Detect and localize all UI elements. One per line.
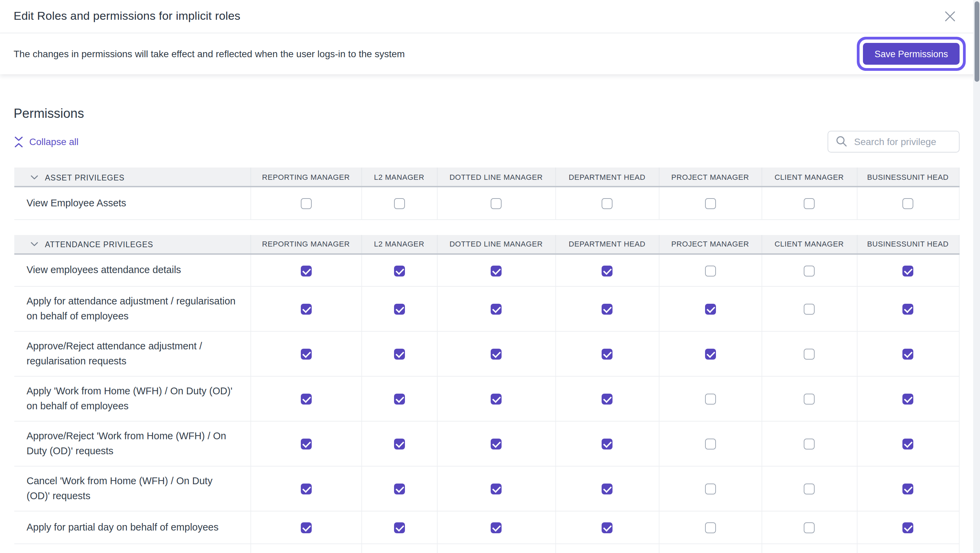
permission-checkbox-checked[interactable] — [902, 523, 913, 534]
checkbox-cell — [361, 466, 437, 511]
permission-checkbox-checked[interactable] — [491, 304, 501, 315]
permission-checkbox-unchecked[interactable] — [705, 394, 716, 405]
checkbox-cell — [555, 421, 659, 466]
checkbox-cell — [762, 376, 857, 421]
checkbox-cell — [437, 544, 555, 553]
privileges-table: ASSET PRIVILEGESREPORTING MANAGERL2 MANA… — [14, 167, 959, 220]
permission-checkbox-checked[interactable] — [491, 394, 501, 405]
permission-checkbox-unchecked[interactable] — [705, 198, 716, 209]
permission-checkbox-unchecked[interactable] — [804, 394, 815, 405]
permission-checkbox-unchecked[interactable] — [491, 198, 501, 209]
modal-title: Edit Roles and permissions for implicit … — [14, 10, 240, 23]
scrollbar-track[interactable] — [973, 0, 980, 553]
permission-checkbox-checked[interactable] — [491, 484, 501, 495]
permission-checkbox-unchecked[interactable] — [902, 198, 913, 209]
permission-checkbox-unchecked[interactable] — [705, 484, 716, 495]
checkbox-cell — [857, 544, 959, 553]
checkbox-cell — [361, 331, 437, 376]
permission-checkbox-checked[interactable] — [601, 484, 612, 495]
search-box — [827, 131, 959, 153]
permission-checkbox-unchecked[interactable] — [804, 304, 815, 315]
collapse-all-button[interactable]: Collapse all — [14, 136, 79, 147]
permission-checkbox-unchecked[interactable] — [705, 265, 716, 276]
modal-header: Edit Roles and permissions for implicit … — [0, 0, 980, 33]
checkbox-cell — [555, 286, 659, 331]
search-icon — [836, 135, 847, 147]
table-row: View employees attendance details — [14, 254, 959, 286]
checkbox-cell — [555, 544, 659, 553]
checkbox-cell — [437, 331, 555, 376]
permission-checkbox-unchecked[interactable] — [804, 349, 815, 360]
permission-checkbox-checked[interactable] — [902, 484, 913, 495]
checkbox-cell — [762, 254, 857, 286]
permission-checkbox-unchecked[interactable] — [394, 198, 404, 209]
role-column-header: CLIENT MANAGER — [762, 234, 857, 254]
checkbox-cell — [250, 511, 361, 544]
permission-checkbox-checked[interactable] — [601, 394, 612, 405]
permission-checkbox-unchecked[interactable] — [301, 198, 311, 209]
permission-checkbox-unchecked[interactable] — [705, 439, 716, 450]
permission-checkbox-checked[interactable] — [301, 523, 311, 534]
permission-checkbox-checked[interactable] — [394, 484, 404, 495]
permission-checkbox-checked[interactable] — [301, 439, 311, 450]
table-row: Approve/Reject partial day requests — [14, 544, 959, 553]
permission-checkbox-checked[interactable] — [601, 304, 612, 315]
edit-roles-modal: Edit Roles and permissions for implicit … — [0, 0, 980, 553]
permission-checkbox-unchecked[interactable] — [804, 265, 815, 276]
permission-checkbox-unchecked[interactable] — [804, 198, 815, 209]
chevron-down-icon — [30, 175, 38, 180]
permission-checkbox-checked[interactable] — [601, 523, 612, 534]
permission-checkbox-checked[interactable] — [301, 394, 311, 405]
permission-checkbox-checked[interactable] — [705, 349, 716, 360]
permission-checkbox-checked[interactable] — [902, 439, 913, 450]
permission-checkbox-checked[interactable] — [705, 304, 716, 315]
privilege-label: Apply for partial day on behalf of emplo… — [14, 511, 250, 544]
permission-checkbox-unchecked[interactable] — [804, 484, 815, 495]
permission-checkbox-checked[interactable] — [902, 304, 913, 315]
permission-checkbox-unchecked[interactable] — [705, 523, 716, 534]
permission-checkbox-checked[interactable] — [394, 349, 404, 360]
save-permissions-button[interactable]: Save Permissions — [863, 43, 959, 65]
checkbox-cell — [437, 511, 555, 544]
checkbox-cell — [361, 511, 437, 544]
permission-checkbox-checked[interactable] — [301, 265, 311, 276]
search-privilege-input[interactable] — [827, 131, 959, 153]
permission-checkbox-checked[interactable] — [394, 523, 404, 534]
permission-checkbox-unchecked[interactable] — [601, 198, 612, 209]
checkbox-cell — [555, 331, 659, 376]
section-toggle[interactable]: ASSET PRIVILEGES — [14, 167, 250, 186]
permission-checkbox-checked[interactable] — [301, 484, 311, 495]
permission-checkbox-checked[interactable] — [601, 265, 612, 276]
permission-checkbox-checked[interactable] — [491, 349, 501, 360]
permission-checkbox-checked[interactable] — [491, 523, 501, 534]
scrollbar-thumb[interactable] — [974, 2, 979, 82]
section-toggle[interactable]: ATTENDANCE PRIVILEGES — [14, 234, 250, 254]
permission-checkbox-checked[interactable] — [902, 394, 913, 405]
checkbox-cell — [250, 186, 361, 219]
permission-checkbox-checked[interactable] — [394, 394, 404, 405]
checkbox-cell — [361, 286, 437, 331]
permission-checkbox-checked[interactable] — [491, 265, 501, 276]
permission-checkbox-checked[interactable] — [601, 349, 612, 360]
permission-checkbox-checked[interactable] — [601, 439, 612, 450]
checkbox-cell — [857, 466, 959, 511]
permission-checkbox-unchecked[interactable] — [804, 439, 815, 450]
permission-checkbox-checked[interactable] — [902, 265, 913, 276]
close-button[interactable] — [944, 10, 956, 22]
table-row: Apply for attendance adjustment / regula… — [14, 286, 959, 331]
permission-checkbox-checked[interactable] — [902, 349, 913, 360]
checkbox-cell — [762, 186, 857, 219]
checkbox-cell — [762, 511, 857, 544]
role-column-header: DOTTED LINE MANAGER — [437, 167, 555, 186]
checkbox-cell — [555, 376, 659, 421]
permission-checkbox-checked[interactable] — [394, 265, 404, 276]
permission-checkbox-unchecked[interactable] — [804, 523, 815, 534]
permission-checkbox-checked[interactable] — [491, 439, 501, 450]
permission-checkbox-checked[interactable] — [301, 304, 311, 315]
permission-checkbox-checked[interactable] — [394, 439, 404, 450]
table-controls: Collapse all — [14, 131, 959, 153]
checkbox-cell — [659, 286, 762, 331]
permission-checkbox-checked[interactable] — [394, 304, 404, 315]
role-column-header: REPORTING MANAGER — [250, 234, 361, 254]
permission-checkbox-checked[interactable] — [301, 349, 311, 360]
